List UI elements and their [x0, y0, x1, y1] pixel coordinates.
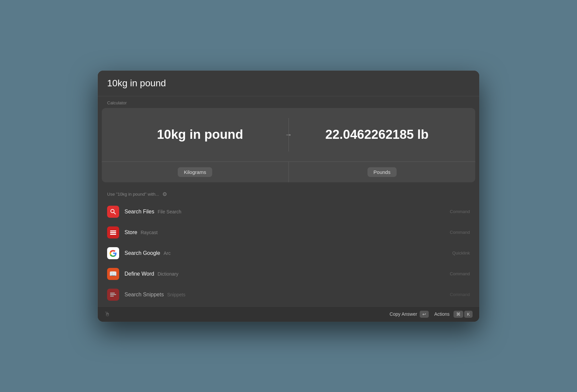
- calculator-left: 10kg in pound: [115, 124, 285, 145]
- result-subtitle: Raycast: [141, 230, 158, 235]
- k-key: K: [464, 311, 473, 318]
- store-icon: [107, 226, 119, 238]
- list-item[interactable]: Store Raycast Command: [98, 222, 479, 243]
- copy-answer-button[interactable]: Copy Answer: [390, 311, 417, 317]
- result-shortcut: Command: [450, 292, 470, 297]
- unit-right: Pounds: [289, 162, 476, 182]
- result-shortcut: Command: [450, 209, 470, 214]
- result-subtitle: Arc: [164, 251, 171, 256]
- actions-button[interactable]: Actions: [434, 311, 449, 317]
- svg-rect-3: [110, 232, 116, 233]
- result-name: Search Snippets: [125, 292, 164, 298]
- search-files-icon: [107, 206, 119, 218]
- search-input[interactable]: [107, 78, 470, 89]
- search-bar: [98, 71, 479, 96]
- kilograms-badge[interactable]: Kilograms: [178, 167, 212, 177]
- cmd-key: ⌘: [454, 311, 463, 318]
- result-subtitle: File Search: [158, 209, 181, 214]
- svg-rect-2: [110, 230, 116, 231]
- calculator-main: 10kg in pound → 22.0462262185 lb: [102, 108, 475, 162]
- result-subtitle: Dictionary: [158, 271, 178, 277]
- use-with-section: Use "10kg in pound" with... ⚙: [98, 186, 479, 200]
- result-subtitle: Snippets: [167, 292, 185, 297]
- gear-icon[interactable]: ⚙: [162, 191, 167, 197]
- bottom-bar: 🖱 Copy Answer ↩ Actions ⌘ K: [98, 306, 479, 322]
- arrow-icon: →: [285, 130, 292, 139]
- calculator-units: Kilograms Pounds: [102, 162, 475, 182]
- result-shortcut: Quicklink: [452, 251, 470, 256]
- result-list: Search Files File Search Command Store R…: [98, 200, 479, 306]
- result-shortcut: Command: [450, 230, 470, 235]
- pounds-badge[interactable]: Pounds: [367, 167, 397, 177]
- bottom-actions: Copy Answer ↩ Actions ⌘ K: [390, 311, 473, 318]
- result-name: Store: [125, 229, 137, 235]
- list-item[interactable]: 📖 Define Word Dictionary Command: [98, 264, 479, 284]
- cursor-icon: 🖱: [104, 311, 110, 318]
- calculator-label: Calculator: [98, 96, 479, 108]
- list-item[interactable]: Search Snippets Snippets Command: [98, 284, 479, 305]
- spotlight-window: Calculator 10kg in pound → 22.0462262185…: [98, 71, 479, 322]
- calculator-card: 10kg in pound → 22.0462262185 lb Kilogra…: [102, 108, 475, 182]
- svg-rect-4: [110, 234, 116, 235]
- svg-rect-5: [110, 293, 115, 294]
- list-item[interactable]: Search Google Arc Quicklink: [98, 243, 479, 264]
- unit-left: Kilograms: [102, 162, 289, 182]
- calculator-right: 22.0462262185 lb: [292, 124, 462, 145]
- result-name: Search Google: [125, 250, 160, 256]
- list-item[interactable]: Search Files File Search Command: [98, 201, 479, 222]
- result-shortcut: Command: [450, 271, 470, 276]
- svg-line-1: [114, 212, 115, 214]
- dictionary-icon: 📖: [107, 268, 119, 280]
- calculator-right-value: 22.0462262185 lb: [325, 127, 429, 142]
- result-name: Search Files: [125, 209, 154, 215]
- google-icon: [107, 247, 119, 259]
- result-name: Define Word: [125, 271, 154, 277]
- enter-key: ↩: [420, 311, 429, 318]
- svg-rect-7: [110, 296, 114, 297]
- snippets-icon: [107, 289, 119, 301]
- use-with-text: Use "10kg in pound" with...: [107, 192, 159, 197]
- calculator-left-value: 10kg in pound: [157, 127, 243, 142]
- svg-rect-6: [110, 294, 116, 295]
- calculator-section: Calculator 10kg in pound → 22.0462262185…: [98, 96, 479, 182]
- kbd-group: ⌘ K: [454, 311, 473, 318]
